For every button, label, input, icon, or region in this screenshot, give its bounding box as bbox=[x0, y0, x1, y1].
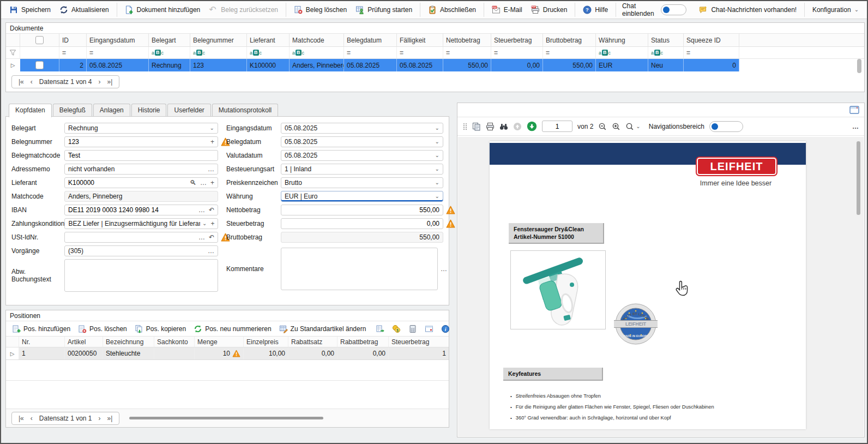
column-header[interactable]: Rabattsatz bbox=[288, 337, 337, 347]
first-record-button[interactable]: |« bbox=[19, 415, 24, 422]
previous-page-button[interactable] bbox=[513, 122, 522, 131]
column-header[interactable]: Einzelpreis bbox=[244, 337, 288, 347]
filter-cell-equals[interactable]: = bbox=[543, 47, 596, 58]
kommentare-textarea[interactable] bbox=[281, 248, 438, 290]
cell-belegdatum[interactable]: 05.08.2025 bbox=[344, 59, 397, 71]
zahlungskondition-select[interactable]: BEZ Liefer | Einzugsermächtigung für Lie… bbox=[64, 218, 218, 229]
previous-record-button[interactable]: ‹ bbox=[31, 415, 33, 422]
last-record-button[interactable]: »| bbox=[107, 79, 113, 85]
panel-layout-icon[interactable] bbox=[849, 106, 859, 114]
add-document-button[interactable]: Dokument hinzufügen bbox=[121, 3, 204, 17]
plus-icon[interactable]: + bbox=[210, 179, 214, 186]
filter-cell-equals[interactable]: = bbox=[397, 47, 443, 58]
adressmemo-input[interactable]: nicht vorhanden… bbox=[64, 164, 218, 175]
revert-icon[interactable]: ↶ bbox=[209, 207, 214, 213]
cell-menge[interactable]: 10 bbox=[195, 347, 244, 359]
next-page-button[interactable] bbox=[527, 121, 537, 131]
filter-cell-text[interactable]: aBc bbox=[290, 47, 344, 58]
reset-document-button[interactable]: ↶ Beleg zurücksetzen bbox=[205, 3, 282, 17]
filter-cell-equals[interactable]: = bbox=[87, 47, 149, 58]
nettobetrag-input[interactable] bbox=[281, 205, 443, 215]
cell-rabattsatz[interactable]: 0,00 bbox=[288, 347, 337, 359]
filter-cell-text[interactable]: aBc bbox=[596, 47, 648, 58]
cell-eingangsdatum[interactable]: 05.08.2025 bbox=[87, 59, 149, 71]
cell-nr[interactable]: 1 bbox=[19, 347, 65, 359]
start-check-button[interactable]: Prüfung starten bbox=[352, 3, 416, 17]
more-options-button[interactable]: … bbox=[852, 123, 859, 130]
column-header[interactable]: Status bbox=[648, 34, 684, 46]
ellipsis-icon[interactable]: … bbox=[198, 207, 205, 213]
row-checkbox[interactable] bbox=[20, 59, 59, 71]
filter-cell-text[interactable]: aBc bbox=[648, 47, 684, 58]
preiskennzeichen-select[interactable]: Brutto⌄ bbox=[281, 177, 443, 188]
abw-buchungstext-textarea[interactable] bbox=[64, 259, 218, 292]
filter-cell[interactable] bbox=[20, 47, 59, 58]
vorgaenge-input[interactable]: (305)… bbox=[64, 245, 218, 256]
filter-cell-text[interactable]: aBc bbox=[149, 47, 190, 58]
select-all-checkbox[interactable] bbox=[20, 34, 59, 46]
positions-row[interactable]: ▷ 1 00200050 Stehleuchte 10 10,00 0,00 0… bbox=[6, 347, 449, 360]
ellipsis-icon[interactable]: … bbox=[198, 234, 205, 241]
cell-rabattbetrag[interactable]: 0,00 bbox=[337, 347, 389, 359]
revert-icon[interactable]: ↶ bbox=[209, 234, 214, 241]
finish-button[interactable]: Abschließen bbox=[424, 3, 480, 17]
tab-kopfdaten[interactable]: Kopfdaten bbox=[9, 104, 52, 117]
column-header[interactable]: Bezeichnung bbox=[103, 337, 154, 347]
print-button[interactable]: PDF Drucken bbox=[527, 3, 571, 17]
cell-steuerbetrag[interactable]: 0,00 bbox=[491, 59, 543, 71]
column-header[interactable]: Lieferant bbox=[247, 34, 290, 46]
belegmatchcode-input[interactable] bbox=[64, 150, 218, 161]
filter-cell-equals[interactable]: = bbox=[443, 47, 491, 58]
documents-row-selected[interactable]: ▷ 2 05.08.2025 Rechnung 123 K100000 Ande… bbox=[6, 59, 864, 71]
tab-historie[interactable]: Historie bbox=[131, 104, 167, 116]
plus-icon[interactable]: + bbox=[210, 139, 214, 145]
eingangsdatum-select[interactable]: 05.08.2025⌄ bbox=[281, 123, 443, 134]
column-header[interactable]: Nettobetrag bbox=[443, 34, 491, 46]
info-button[interactable]: i bbox=[438, 323, 453, 335]
position-add-button[interactable]: Pos. hinzufügen bbox=[9, 323, 73, 335]
chat-toggle[interactable] bbox=[661, 4, 686, 15]
email-button[interactable]: PDF E-Mail bbox=[488, 3, 526, 17]
column-header[interactable]: Menge bbox=[195, 337, 244, 347]
tab-belegfuss[interactable]: Belegfuß bbox=[53, 104, 92, 116]
cell-id[interactable]: 2 bbox=[59, 59, 87, 71]
image-view-button[interactable] bbox=[422, 323, 436, 335]
cell-sachkonto[interactable] bbox=[154, 347, 195, 359]
ellipsis-icon[interactable]: … bbox=[208, 166, 214, 172]
export-table-button[interactable] bbox=[373, 323, 387, 335]
cell-artikel[interactable]: 00200050 bbox=[65, 347, 103, 359]
configuration-button[interactable]: Konfiguration ⌄ bbox=[809, 3, 863, 16]
filter-cell-text[interactable]: aBc bbox=[190, 47, 247, 58]
tab-userfelder[interactable]: Userfelder bbox=[167, 104, 210, 116]
preview-vertical-scrollbar[interactable] bbox=[857, 141, 860, 215]
filter-cell-equals[interactable]: = bbox=[491, 47, 543, 58]
waehrung-select[interactable]: EUR | Euro⌄ bbox=[281, 191, 443, 202]
tab-anlagen[interactable]: Anlagen bbox=[93, 104, 130, 116]
column-header[interactable]: Fälligkeit bbox=[397, 34, 443, 46]
prices-button[interactable]: $ bbox=[389, 323, 403, 335]
position-delete-button[interactable]: Pos. löschen bbox=[75, 323, 130, 335]
cell-belegnummer[interactable]: 123 bbox=[190, 59, 247, 71]
column-header[interactable]: Währung bbox=[596, 34, 648, 46]
belegdatum-select[interactable]: 05.08.2025⌄ bbox=[281, 136, 443, 147]
cell-lieferant[interactable]: K100000 bbox=[247, 59, 290, 71]
column-header[interactable]: Belegdatum bbox=[344, 34, 397, 46]
horizontal-scrollbar[interactable] bbox=[129, 417, 323, 419]
zoom-mode-button[interactable]: ⌄ bbox=[625, 122, 640, 131]
next-record-button[interactable]: › bbox=[99, 415, 101, 422]
cell-status[interactable]: Neu bbox=[648, 59, 684, 71]
calculate-button[interactable] bbox=[406, 323, 420, 335]
cell-waehrung[interactable]: EUR bbox=[596, 59, 648, 71]
navigation-area-toggle[interactable] bbox=[709, 121, 743, 132]
cell-squeeze-id[interactable]: 0 bbox=[684, 59, 739, 71]
last-record-button[interactable]: »| bbox=[107, 415, 113, 422]
chat-messages-button[interactable]: Chat-Nachrichten vorhanden! bbox=[695, 3, 800, 17]
position-renumber-button[interactable]: Pos. neu nummerieren bbox=[191, 323, 274, 335]
column-header[interactable]: ID bbox=[59, 34, 87, 46]
ust-idnr-input[interactable]: …↶ bbox=[64, 232, 218, 243]
page-number-input[interactable] bbox=[542, 121, 572, 132]
previous-record-button[interactable]: ‹ bbox=[31, 79, 33, 85]
documents-vertical-scrollbar[interactable] bbox=[857, 59, 861, 73]
steuerbetrag-input[interactable] bbox=[281, 218, 443, 229]
column-header[interactable]: Bruttobetrag bbox=[543, 34, 596, 46]
